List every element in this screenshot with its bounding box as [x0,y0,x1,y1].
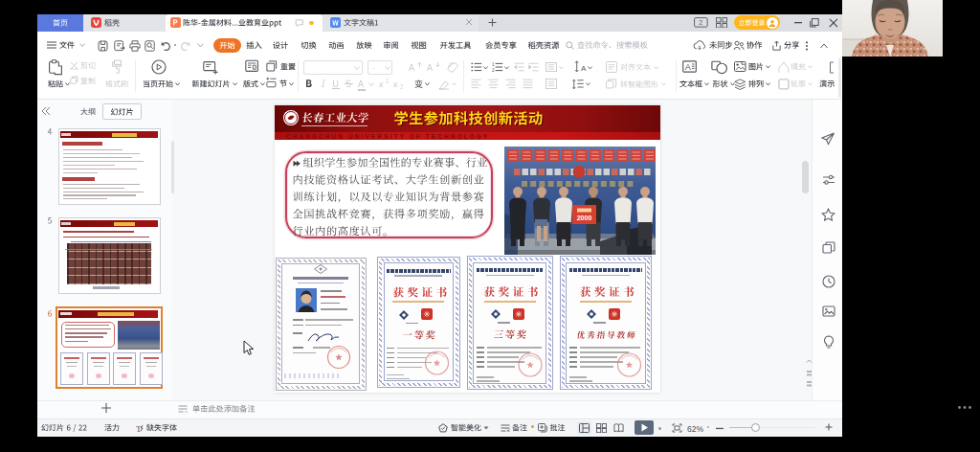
svg-text:A: A [685,62,691,72]
svg-text:1: 1 [492,62,495,67]
svg-text:2: 2 [492,68,495,72]
svg-text:2000: 2000 [577,215,592,221]
svg-text:2: 2 [699,19,702,26]
svg-text:A: A [581,64,587,73]
